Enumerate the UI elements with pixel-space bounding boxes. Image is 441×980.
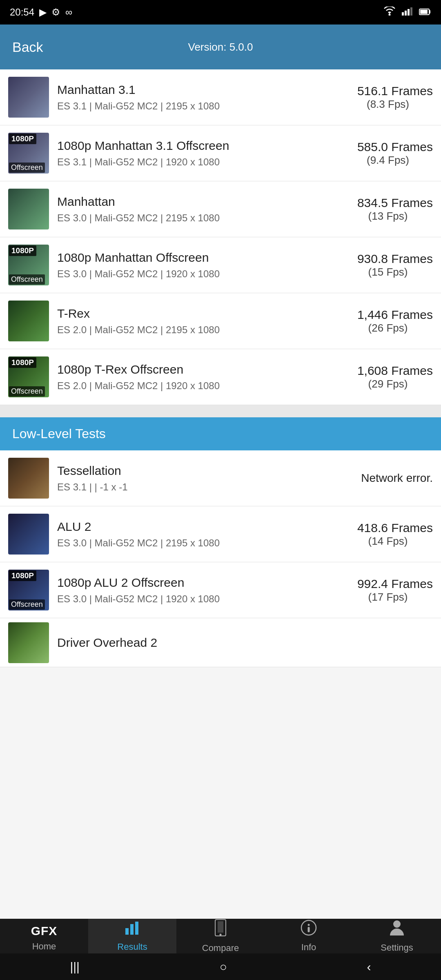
list-item-manhattan31[interactable]: Manhattan 3.1ES 3.1 | Mali-G52 MC2 | 219… bbox=[0, 69, 441, 125]
item-info-tessellation: TessellationES 3.1 | | -1 x -1 bbox=[57, 463, 343, 494]
item-title-trex: T-Rex bbox=[57, 305, 336, 321]
result-error-tessellation: Network error. bbox=[343, 472, 433, 485]
list-item-alu2[interactable]: ALU 2ES 3.0 | Mali-G52 MC2 | 2195 x 1080… bbox=[0, 506, 441, 562]
item-result-manhattan31-off: 585.0 Frames(9.4 Fps) bbox=[343, 140, 433, 167]
item-info-alu2-off: 1080p ALU 2 OffscreenES 3.0 | Mali-G52 M… bbox=[57, 575, 343, 606]
list-item-driver[interactable]: Driver Overhead 2 bbox=[0, 618, 441, 667]
item-result-manhattan31: 516.1 Frames(8.3 Fps) bbox=[343, 84, 433, 111]
recent-apps-button[interactable]: ||| bbox=[70, 960, 79, 974]
list-item-alu2-off[interactable]: 1080POffscreen1080p ALU 2 OffscreenES 3.… bbox=[0, 562, 441, 618]
result-frames-alu2: 418.6 Frames bbox=[343, 521, 433, 535]
list-item-tessellation[interactable]: TessellationES 3.1 | | -1 x -1Network er… bbox=[0, 450, 441, 506]
svg-rect-12 bbox=[218, 921, 223, 933]
status-right bbox=[383, 7, 431, 18]
system-nav: ||| ○ ‹ bbox=[0, 953, 441, 980]
status-bar: 20:54 ▶ ⚙ ∞ bbox=[0, 0, 441, 24]
svg-rect-2 bbox=[405, 11, 407, 16]
svg-rect-10 bbox=[135, 922, 138, 935]
svg-rect-4 bbox=[410, 7, 412, 16]
nav-label-compare: Compare bbox=[202, 943, 239, 953]
svg-rect-7 bbox=[429, 10, 430, 13]
svg-rect-3 bbox=[408, 9, 410, 16]
thumb-alu2-off: 1080POffscreen bbox=[8, 570, 49, 610]
result-frames-alu2-off: 992.4 Frames bbox=[343, 577, 433, 591]
content-area: Manhattan 3.1ES 3.1 | Mali-G52 MC2 | 219… bbox=[0, 69, 441, 761]
item-result-trex-off: 1,608 Frames(29 Fps) bbox=[343, 364, 433, 390]
thumb-manhattan bbox=[8, 189, 49, 229]
results-icon bbox=[125, 920, 140, 938]
svg-point-0 bbox=[389, 14, 391, 16]
item-info-trex-off: 1080p T-Rex OffscreenES 2.0 | Mali-G52 M… bbox=[57, 361, 343, 393]
item-subtitle-alu2-off: ES 3.0 | Mali-G52 MC2 | 1920 x 1080 bbox=[57, 592, 336, 606]
thumb-trex bbox=[8, 301, 49, 341]
battery-icon bbox=[419, 7, 431, 18]
thumb-driver bbox=[8, 622, 49, 663]
result-fps-trex-off: (29 Fps) bbox=[343, 378, 433, 390]
low-level-title: Low-Level Tests bbox=[12, 426, 106, 441]
nav-label-results: Results bbox=[117, 942, 147, 952]
version-label: Version: 5.0.0 bbox=[188, 41, 253, 53]
svg-rect-9 bbox=[130, 924, 134, 935]
nav-item-results[interactable]: Results bbox=[88, 919, 176, 953]
item-title-tessellation: Tessellation bbox=[57, 463, 336, 479]
item-subtitle-manhattan31: ES 3.1 | Mali-G52 MC2 | 2195 x 1080 bbox=[57, 99, 336, 113]
item-info-alu2: ALU 2ES 3.0 | Mali-G52 MC2 | 2195 x 1080 bbox=[57, 519, 343, 550]
item-title-alu2: ALU 2 bbox=[57, 519, 336, 535]
item-title-alu2-off: 1080p ALU 2 Offscreen bbox=[57, 575, 336, 590]
item-title-manhattan31: Manhattan 3.1 bbox=[57, 82, 336, 98]
item-info-manhattan-off: 1080p Manhattan OffscreenES 3.0 | Mali-G… bbox=[57, 249, 343, 281]
item-subtitle-trex-off: ES 2.0 | Mali-G52 MC2 | 1920 x 1080 bbox=[57, 379, 336, 393]
result-frames-trex: 1,446 Frames bbox=[343, 308, 433, 322]
nav-item-compare[interactable]: Compare bbox=[176, 919, 265, 953]
result-fps-manhattan: (13 Fps) bbox=[343, 210, 433, 223]
item-result-tessellation: Network error. bbox=[343, 472, 433, 485]
svg-rect-8 bbox=[125, 928, 129, 935]
list-item-trex[interactable]: T-RexES 2.0 | Mali-G52 MC2 | 2195 x 1080… bbox=[0, 293, 441, 349]
result-frames-manhattan31-off: 585.0 Frames bbox=[343, 140, 433, 154]
list-item-manhattan[interactable]: ManhattanES 3.0 | Mali-G52 MC2 | 2195 x … bbox=[0, 181, 441, 237]
home-button[interactable]: ○ bbox=[220, 960, 227, 974]
result-frames-manhattan-off: 930.8 Frames bbox=[343, 252, 433, 266]
list-item-manhattan31-off[interactable]: 1080POffscreen1080p Manhattan 3.1 Offscr… bbox=[0, 125, 441, 181]
status-time: 20:54 bbox=[10, 7, 34, 18]
nav-label-info: Info bbox=[301, 942, 316, 953]
item-subtitle-manhattan31-off: ES 3.1 | Mali-G52 MC2 | 1920 x 1080 bbox=[57, 155, 336, 169]
list-item-manhattan-off[interactable]: 1080POffscreen1080p Manhattan OffscreenE… bbox=[0, 237, 441, 293]
settings-icon bbox=[389, 919, 405, 939]
svg-rect-6 bbox=[420, 10, 428, 14]
item-subtitle-manhattan-off: ES 3.0 | Mali-G52 MC2 | 1920 x 1080 bbox=[57, 267, 336, 281]
svg-point-17 bbox=[393, 920, 401, 928]
result-fps-trex: (26 Fps) bbox=[343, 322, 433, 334]
item-title-manhattan31-off: 1080p Manhattan 3.1 Offscreen bbox=[57, 138, 336, 154]
list-item-trex-off[interactable]: 1080POffscreen1080p T-Rex OffscreenES 2.… bbox=[0, 349, 441, 405]
item-result-trex: 1,446 Frames(26 Fps) bbox=[343, 308, 433, 334]
nav-item-settings[interactable]: Settings bbox=[353, 919, 441, 953]
wifi-icon bbox=[383, 7, 396, 18]
item-title-manhattan: Manhattan bbox=[57, 194, 336, 209]
item-subtitle-alu2: ES 3.0 | Mali-G52 MC2 | 2195 x 1080 bbox=[57, 536, 336, 550]
settings-icon: ⚙ bbox=[51, 7, 60, 18]
nav-item-home[interactable]: GFXHome bbox=[0, 919, 88, 953]
home-icon: GFX bbox=[31, 921, 58, 938]
item-title-trex-off: 1080p T-Rex Offscreen bbox=[57, 361, 336, 377]
item-info-manhattan31-off: 1080p Manhattan 3.1 OffscreenES 3.1 | Ma… bbox=[57, 138, 343, 169]
result-frames-manhattan31: 516.1 Frames bbox=[343, 84, 433, 98]
group-spacer bbox=[0, 405, 441, 417]
back-nav-button[interactable]: ‹ bbox=[367, 960, 371, 974]
result-fps-manhattan-off: (15 Fps) bbox=[343, 266, 433, 278]
result-fps-manhattan31-off: (9.4 Fps) bbox=[343, 154, 433, 167]
svg-point-15 bbox=[308, 924, 310, 926]
result-fps-alu2: (14 Fps) bbox=[343, 535, 433, 548]
nav-item-info[interactable]: Info bbox=[265, 919, 353, 953]
thumb-manhattan-off: 1080POffscreen bbox=[8, 245, 49, 285]
nav-label-home: Home bbox=[32, 941, 56, 952]
back-button[interactable]: Back bbox=[12, 39, 43, 55]
result-frames-trex-off: 1,608 Frames bbox=[343, 364, 433, 378]
result-fps-manhattan31: (8.3 Fps) bbox=[343, 98, 433, 111]
play-icon: ▶ bbox=[39, 7, 47, 18]
result-fps-alu2-off: (17 Fps) bbox=[343, 591, 433, 604]
benchmark-list: Manhattan 3.1ES 3.1 | Mali-G52 MC2 | 219… bbox=[0, 69, 441, 405]
svg-rect-16 bbox=[308, 927, 310, 932]
thumb-manhattan31 bbox=[8, 77, 49, 118]
thumb-alu2 bbox=[8, 514, 49, 555]
